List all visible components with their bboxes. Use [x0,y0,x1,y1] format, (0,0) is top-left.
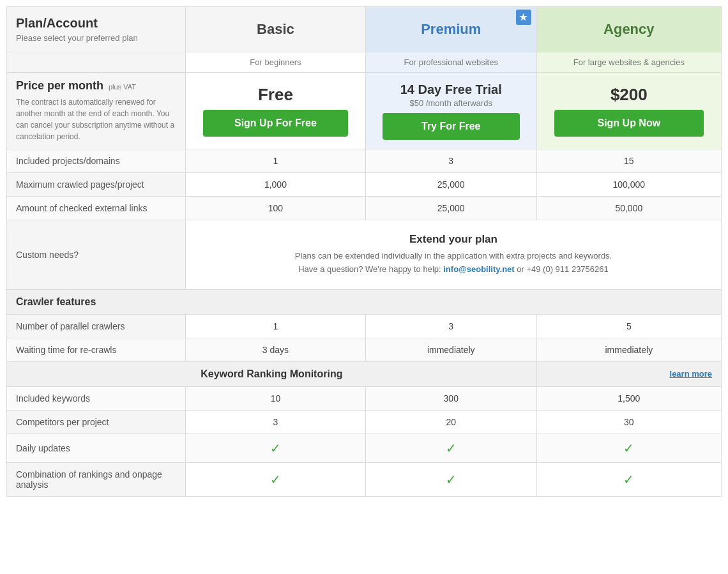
agency-subheader: For large websites & agencies [536,52,721,73]
links-basic: 100 [186,197,366,220]
projects-agency: 15 [536,149,721,173]
parallel-label: Number of parallel crawlers [7,314,186,338]
links-agency: 50,000 [536,197,721,220]
price-vat: plus VAT [109,83,136,91]
parallel-basic: 1 [186,314,366,338]
plan-account-title: Plan/Account [16,16,176,31]
agency-price-cell: $200 Sign Up Now [536,73,721,149]
agency-title: Agency [603,21,654,37]
combo-check-basic: ✓ [270,472,281,487]
basic-subheader: For beginners [186,52,366,73]
premium-price-cell: 14 Day Free Trial $50 /month afterwards … [365,73,536,149]
included-keywords-label: Included keywords [7,386,186,410]
price-title: Price per month [16,79,103,92]
basic-price-cell: Free Sign Up For Free [186,73,366,149]
included-keywords-agency: 1,500 [536,386,721,410]
daily-updates-basic: ✓ [186,434,366,462]
extend-email-link[interactable]: info@seobility.net [443,264,514,274]
projects-label: Included projects/domains [7,149,186,173]
extend-desc: Plans can be extended individually in th… [199,250,708,276]
parallel-premium: 3 [365,314,536,338]
keyword-section-title: Keyword Ranking Monitoring [201,368,342,379]
star-icon: ★ [519,12,527,22]
price-label-cell: Price per month plus VAT The contract is… [7,73,186,149]
price-desc: The contract is automatically renewed fo… [16,96,176,142]
pages-label: Maximum crawled pages/project [7,173,186,197]
combo-agency: ✓ [536,462,721,496]
daily-check-basic: ✓ [270,441,281,455]
extend-desc2: Have a question? We're happy to help: [298,264,441,274]
competitors-label: Competitors per project [7,410,186,434]
trial-text: 14 Day Free Trial [375,82,527,97]
daily-updates-agency: ✓ [536,434,721,462]
basic-header: Basic [186,7,366,52]
competitors-premium: 20 [365,410,536,434]
included-keywords-premium: 300 [365,386,536,410]
combo-basic: ✓ [186,462,366,496]
custom-needs-cell: Extend your plan Plans can be extended i… [186,220,722,290]
extend-title: Extend your plan [199,233,708,246]
premium-header: Premium ★ [365,7,536,52]
recrawl-label: Waiting time for re-crawls [7,338,186,361]
basic-title: Basic [257,21,294,37]
premium-title: Premium [421,21,481,37]
premium-subheader: For professional websites [365,52,536,73]
recrawl-premium: immediately [365,338,536,361]
keyword-learn-more-cell: learn more [536,361,721,386]
daily-updates-premium: ✓ [365,434,536,462]
keyword-section-header-cell: Keyword Ranking Monitoring [7,361,537,386]
pages-agency: 100,000 [536,173,721,197]
included-keywords-basic: 10 [186,386,366,410]
subheader-label-empty [7,52,186,73]
projects-basic: 1 [186,149,366,173]
learn-more-link[interactable]: learn more [670,369,712,379]
basic-price: Free [195,85,356,105]
custom-needs-label: Custom needs? [7,220,186,290]
signup-free-button[interactable]: Sign Up For Free [203,110,349,137]
competitors-basic: 3 [186,410,366,434]
competitors-agency: 30 [536,410,721,434]
projects-premium: 3 [365,149,536,173]
links-premium: 25,000 [365,197,536,220]
combo-premium: ✓ [365,462,536,496]
combo-label: Combination of rankings and onpage analy… [7,462,186,496]
star-badge: ★ [516,10,531,25]
daily-updates-label: Daily updates [7,434,186,462]
try-free-button[interactable]: Try For Free [383,113,520,140]
daily-check-premium: ✓ [446,441,457,455]
pricing-table: Plan/Account Please select your preferre… [6,6,722,497]
links-label: Amount of checked external links [7,197,186,220]
extend-phone: or +49 (0) 911 23756261 [517,264,608,274]
pages-basic: 1,000 [186,173,366,197]
pages-premium: 25,000 [365,173,536,197]
crawler-section-header: Crawler features [7,289,722,314]
parallel-agency: 5 [536,314,721,338]
plan-account-subtitle: Please select your preferred plan [16,33,176,43]
extend-desc1: Plans can be extended individually in th… [295,251,612,261]
signup-now-button[interactable]: Sign Up Now [554,110,704,137]
daily-check-agency: ✓ [623,441,634,455]
agency-price: $200 [546,85,712,105]
recrawl-basic: 3 days [186,338,366,361]
combo-check-agency: ✓ [623,472,634,487]
agency-header: Agency [536,7,721,52]
trial-sub: $50 /month afterwards [375,98,527,108]
recrawl-agency: immediately [536,338,721,361]
combo-check-premium: ✓ [446,472,457,487]
